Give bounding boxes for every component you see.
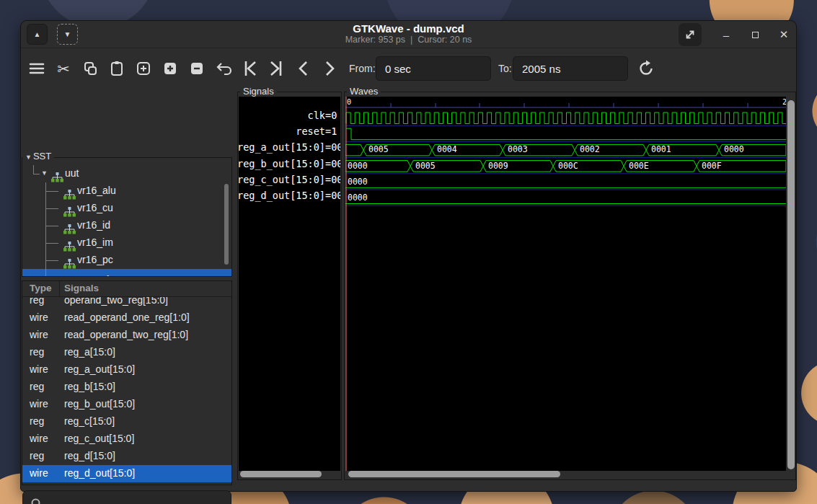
table-row[interactable]: wirereg_a_out[15:0] (22, 361, 231, 379)
bus-value-label: 0005 (368, 144, 389, 154)
signal-type: wire (30, 467, 48, 479)
waves-horizontal-scrollbar[interactable] (348, 471, 560, 477)
close-icon: ✕ (780, 28, 789, 41)
signals-table-body: regoperand_two_reg[15:0]wireread_operand… (22, 297, 231, 485)
tree-item-vr16_alu[interactable]: vr16_alu (22, 182, 231, 200)
signal-search-input[interactable] (22, 490, 231, 504)
table-row[interactable]: wirereg_d_out[15:0] (22, 465, 231, 482)
tree-item-vr16_im[interactable]: vr16_im (22, 234, 231, 252)
signals-panel-label: Signals (240, 86, 277, 97)
bus-value-label: 000C (558, 161, 578, 171)
tree-item-vr16_pc[interactable]: vr16_pc (22, 252, 231, 269)
tree-item-label: uut (65, 167, 79, 179)
signal-name: reg_a[15:0] (64, 346, 115, 358)
hamburger-menu-icon (28, 60, 45, 77)
tree-scrollbar[interactable] (224, 184, 229, 265)
zoom-out-button[interactable] (187, 58, 207, 79)
tree-item-selected-partial[interactable]: vr16_rf (22, 269, 231, 277)
sst-expander-icon[interactable]: ▼ (25, 154, 32, 161)
table-row[interactable]: regreg_b[15:0] (22, 379, 231, 396)
chevron-right-icon (322, 59, 337, 78)
clock-wave (346, 112, 786, 124)
signal-row-value: =1 (325, 125, 340, 141)
zoom-in-icon (162, 60, 179, 77)
to-label: To: (498, 63, 512, 74)
zoom-fit-button[interactable] (133, 58, 154, 79)
signal-name: operand_two_reg[15:0] (64, 297, 168, 306)
signal-name: read_operand_one_reg[1:0] (64, 311, 190, 323)
to-input[interactable] (513, 56, 628, 81)
bus-value-label: 0000 (724, 144, 744, 154)
previous-edge-button[interactable] (293, 58, 314, 79)
go-to-end-button[interactable] (266, 58, 286, 79)
bus-value-label: 0002 (580, 144, 600, 154)
tree-item-vr16_cu[interactable]: vr16_cu (22, 200, 231, 217)
ruler-start-label: 0 (347, 98, 351, 106)
bus-value-label: 0004 (437, 144, 457, 154)
column-header-type[interactable]: Type (30, 283, 52, 293)
signal-type: wire (30, 363, 48, 375)
table-row[interactable]: wireread_operand_two_reg[1:0] (22, 327, 231, 344)
signal-name: reg_c[15:0] (64, 415, 115, 427)
signal-name: reg_b_out[15:0] (64, 398, 135, 410)
zoom-undo-button[interactable] (213, 58, 234, 79)
expand-icon (684, 28, 697, 41)
signal-row-reg_d_out_15_0_[interactable]: reg_d_out[15:0]=00 (239, 190, 340, 205)
clipboard-icon (108, 60, 125, 77)
maximize-button[interactable] (743, 23, 767, 46)
signal-name: reg_b[15:0] (64, 381, 115, 392)
table-row[interactable]: regreg_a[15:0] (22, 344, 231, 361)
signal-name: reg_a_out[15:0] (64, 363, 135, 375)
tree-item-vr16_id[interactable]: vr16_id (22, 217, 231, 234)
reload-button[interactable] (636, 58, 656, 79)
cut-button[interactable]: ✂ (53, 58, 74, 79)
signal-row-reg_b_out_15_0_[interactable]: reg_b_out[15:0]=00 (239, 158, 340, 174)
signal-type: wire (30, 433, 48, 444)
column-divider[interactable] (59, 281, 60, 297)
signal-row-reset[interactable]: reset=1 (239, 125, 340, 141)
tree-item-root[interactable]: ▼uut (22, 165, 231, 182)
go-to-start-button[interactable] (240, 58, 260, 79)
from-input[interactable] (376, 56, 491, 81)
fullscreen-button[interactable] (679, 23, 702, 46)
signal-row-reg_a_out_15_0_[interactable]: reg_a_out[15:0]=00 (239, 141, 340, 157)
menu-button[interactable] (27, 58, 47, 79)
toolbar: ✂ (21, 49, 796, 88)
bus-value-label: 000F (702, 161, 722, 171)
module-icon (63, 259, 76, 270)
table-row[interactable]: regoperand_two_reg[15:0] (22, 297, 231, 309)
module-icon (63, 207, 76, 218)
signal-row-reg_c_out_15_0_[interactable]: reg_c_out[15:0]=00 (239, 174, 340, 190)
next-edge-button[interactable] (319, 58, 340, 79)
waveform-canvas[interactable]: 0200050004000300020001000000000005000900… (345, 97, 786, 471)
table-row[interactable]: wireread_operand_one_reg[1:0] (22, 309, 231, 327)
signal-row-name: reset (296, 125, 325, 141)
subtitle-separator: | (410, 35, 412, 45)
expander-icon[interactable]: ▼ (41, 169, 48, 177)
signal-name: read_operand_two_reg[1:0] (64, 329, 188, 340)
module-icon (63, 190, 76, 200)
waveform-svg: 0200050004000300020001000000000005000900… (345, 97, 786, 471)
table-row[interactable]: regreg_c[15:0] (22, 413, 231, 430)
table-row[interactable]: wirereg_c_out[15:0] (22, 430, 231, 448)
table-row[interactable]: regreg_d[15:0] (22, 448, 231, 465)
column-header-signals[interactable]: Signals (64, 283, 99, 293)
signals-horizontal-scrollbar[interactable] (240, 471, 322, 477)
bus-value-label: 0001 (651, 144, 671, 154)
signal-row-clk[interactable]: clk=0 (239, 110, 340, 125)
signal-name: reg_d[15:0] (64, 450, 115, 461)
zoom-in-button[interactable] (160, 58, 180, 79)
signal-row-name: reg_d_out[15:0] (239, 190, 325, 205)
paste-button[interactable] (107, 58, 127, 79)
bus-value-label: 0000 (348, 193, 368, 203)
cursor-readout: Cursor: 20 ns (418, 35, 472, 45)
copy-button[interactable] (80, 58, 100, 79)
minimize-button[interactable]: – (715, 23, 738, 46)
signal-row-name: reg_c_out[15:0] (239, 174, 325, 190)
scissors-icon: ✂ (57, 61, 70, 76)
table-row[interactable]: wirereg_b_out[15:0] (22, 396, 231, 413)
waves-vertical-scrollbar[interactable] (787, 100, 795, 469)
chevron-left-icon (296, 59, 311, 78)
sst-panel-label: ▼SST (22, 151, 54, 162)
close-button[interactable]: ✕ (772, 23, 795, 46)
